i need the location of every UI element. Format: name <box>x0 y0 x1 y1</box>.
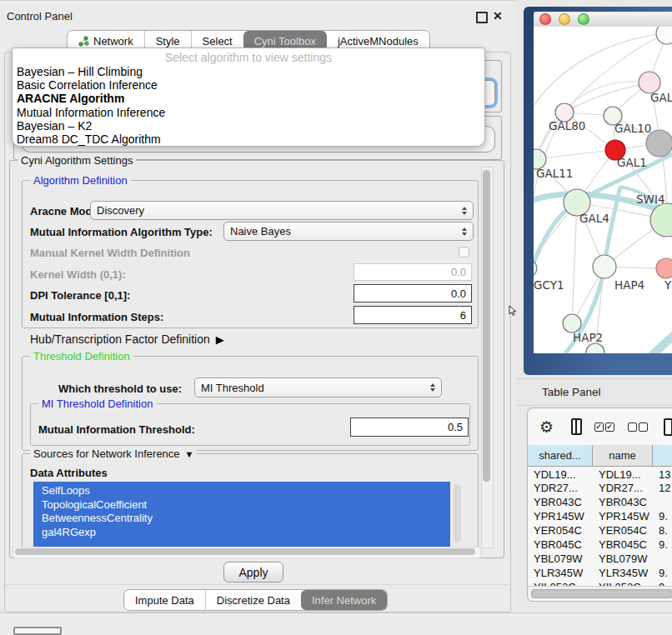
kernel-width-label: Kernel Width (0,1): <box>30 268 126 281</box>
columns-icon[interactable] <box>571 418 582 435</box>
table-cell[interactable]: 9. <box>653 509 672 523</box>
tab-jactivemnodules-label: jActiveMNodules <box>338 35 419 48</box>
apply-button[interactable]: Apply <box>223 562 283 582</box>
network-icon <box>78 36 89 47</box>
table-cell[interactable] <box>653 552 672 566</box>
dropdown-item[interactable]: Mutual Information Inference <box>13 106 484 119</box>
deselect-all-columns-icon[interactable] <box>628 422 648 432</box>
attribute-item-selected[interactable]: gal4RGexp <box>33 526 450 540</box>
column-header-name[interactable]: name <box>593 445 653 467</box>
tab-select-label: Select <box>203 35 233 48</box>
table-cell[interactable]: 12 <box>653 481 672 495</box>
table-cell[interactable]: 8. <box>653 523 672 538</box>
settings-vertical-scrollbar[interactable] <box>481 167 494 548</box>
tab-discretize-data-label: Discretize Data <box>217 594 290 607</box>
which-threshold-label: Which threshold to use: <box>58 382 182 395</box>
attribute-item-selected[interactable]: TopologicalCoefficient <box>33 498 450 512</box>
table-cell[interactable]: YLR345W <box>593 566 653 580</box>
node-hap2[interactable] <box>563 314 581 332</box>
table-cell[interactable]: YBR045C <box>528 538 593 552</box>
zoom-traffic-light-icon[interactable] <box>578 13 589 25</box>
dropdown-item[interactable]: Bayesian – K2 <box>13 119 484 132</box>
node-unlabeled[interactable] <box>656 27 672 44</box>
minimized-panel-tab[interactable] <box>13 627 62 635</box>
status-strip <box>0 612 672 635</box>
table-cell[interactable]: YPR145W <box>593 509 653 523</box>
table-cell[interactable] <box>653 495 672 509</box>
settings-vertical-scrollbar-thumb[interactable] <box>483 170 490 482</box>
column-header-clipped[interactable] <box>653 445 672 467</box>
mi-algorithm-type-combo[interactable]: Naive Bayes <box>223 222 474 241</box>
gear-icon[interactable]: ⚙ <box>539 419 554 435</box>
settings-horizontal-scrollbar-thumb[interactable] <box>15 548 475 555</box>
float-window-icon[interactable] <box>476 12 488 23</box>
table-cell[interactable]: YDL19... <box>593 467 653 481</box>
dpi-tolerance-field[interactable] <box>354 284 472 302</box>
table-horizontal-scrollbar[interactable] <box>528 586 672 599</box>
export-table-icon[interactable] <box>664 418 672 436</box>
table-panel-title: Table Panel <box>517 386 601 398</box>
node-hap4[interactable] <box>593 255 616 278</box>
table-cell[interactable]: YBR045C <box>593 538 653 552</box>
stepper-arrows-icon <box>455 228 467 236</box>
minimize-traffic-light-icon[interactable] <box>559 13 570 25</box>
network-canvas[interactable]: GAL GAL80 GAL10 GAL1 GAL11 GAL4 SWI4 GCY… <box>534 27 672 353</box>
settings-group-title: Cyni Algorithm Settings <box>18 154 136 167</box>
table-cell[interactable]: 9. <box>653 538 672 552</box>
table-cell[interactable]: YER054C <box>593 523 653 538</box>
stepper-arrows-icon <box>455 207 467 215</box>
table-cell[interactable]: YBL079W <box>528 552 593 566</box>
dropdown-item-selected[interactable]: ARACNE Algorithm <box>13 92 484 105</box>
mi-algorithm-type-value: Naive Bayes <box>230 225 291 238</box>
kernel-width-field <box>354 263 472 281</box>
table-cell[interactable]: YDL19... <box>528 467 593 481</box>
column-header-shared-name[interactable]: shared... <box>528 445 593 467</box>
dropdown-item[interactable]: Bayesian – Hill Climbing <box>13 65 484 78</box>
threshold-definition-title: Threshold Definition <box>30 350 133 362</box>
table-cell[interactable]: 9. <box>653 566 672 580</box>
aracne-mode-combo[interactable]: Discovery <box>90 201 474 220</box>
node-salmon[interactable] <box>656 258 672 278</box>
table-cell[interactable]: YDR27... <box>593 481 653 495</box>
dropdown-item[interactable]: Dream8 DC_TDC Algorithm <box>13 132 484 146</box>
mi-steps-field[interactable] <box>354 306 472 324</box>
node-label: GAL1 <box>617 156 647 169</box>
close-traffic-light-icon[interactable] <box>539 13 551 25</box>
table-cell[interactable]: YBR043C <box>528 495 593 509</box>
checked-box-icon: ✓ <box>594 422 604 432</box>
mi-threshold-definition-title: MI Threshold Definition <box>38 398 156 410</box>
attribute-item-selected[interactable]: SelfLoops <box>33 482 450 498</box>
mouse-cursor <box>509 305 517 317</box>
table-panel-box: ⚙ ✓ ✓ shared... name YDL19... YDL19... 1… <box>527 408 672 602</box>
table-cell[interactable]: YBL079W <box>593 552 653 566</box>
node-label: GAL <box>650 91 672 104</box>
table-cell[interactable]: YDR27... <box>528 481 593 495</box>
tab-impute-data[interactable]: Impute Data <box>124 590 205 610</box>
close-window-icon[interactable]: ✕ <box>493 10 503 22</box>
dropdown-item[interactable]: Basic Correlation Inference <box>13 78 484 92</box>
which-threshold-combo[interactable]: MI Threshold <box>194 378 442 398</box>
tab-discretize-data[interactable]: Discretize Data <box>205 590 301 610</box>
node-label: GCY1 <box>534 278 564 292</box>
dpi-tolerance-label: DPI Tolerance [0,1]: <box>30 289 130 302</box>
table-cell[interactable]: YLR345W <box>528 566 593 580</box>
attribute-item-selected[interactable]: BetweennessCentrality <box>33 512 450 526</box>
settings-horizontal-scrollbar[interactable] <box>13 547 481 558</box>
control-panel-title: Control Panel <box>7 10 73 22</box>
table-cell[interactable]: YBR043C <box>593 495 653 509</box>
tab-infer-network[interactable]: Infer Network <box>301 590 387 610</box>
table-horizontal-scrollbar-thumb[interactable] <box>531 589 672 598</box>
table-cell[interactable]: 13 <box>653 467 672 481</box>
hub-definition-expander[interactable]: Hub/Transcription Factor Definition ▶ <box>30 332 224 346</box>
table-cell[interactable]: YPR145W <box>528 509 593 523</box>
attributes-list-scrollbar[interactable] <box>454 484 461 542</box>
node-label: GAL4 <box>579 212 609 225</box>
network-graph: GAL GAL80 GAL10 GAL1 GAL11 GAL4 SWI4 GCY… <box>534 27 672 353</box>
table-cell[interactable]: YER054C <box>528 523 593 538</box>
mi-steps-label: Mutual Information Steps: <box>30 311 163 323</box>
node-table: shared... name YDL19... YDL19... 13 YDR2… <box>528 445 672 594</box>
sources-collapse-header[interactable]: Sources for Network Inference ▼ <box>30 448 197 460</box>
expand-right-icon: ▶ <box>216 333 224 346</box>
mi-threshold-field[interactable] <box>350 418 469 437</box>
select-all-columns-icon[interactable]: ✓ ✓ <box>594 422 614 432</box>
